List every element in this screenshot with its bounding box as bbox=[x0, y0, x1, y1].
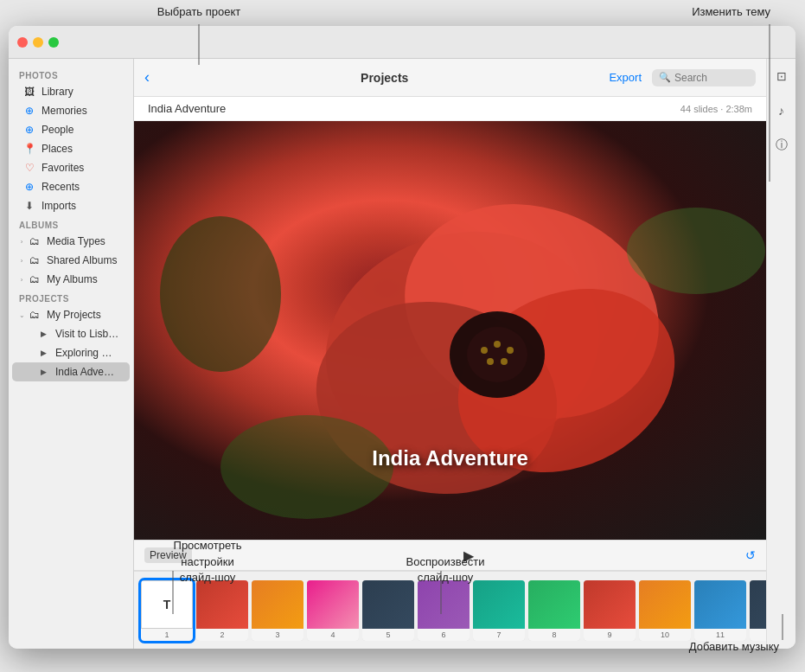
filmstrip-item-8[interactable]: 8 bbox=[528, 580, 580, 641]
favorites-label: Favorites bbox=[42, 162, 84, 174]
sidebar-item-people[interactable]: ⊕ People bbox=[12, 120, 130, 139]
filmstrip-item-10[interactable]: 10 bbox=[639, 580, 691, 641]
sidebar-item-places[interactable]: 📍 Places bbox=[12, 139, 130, 158]
memories-label: Memories bbox=[42, 105, 87, 117]
sidebar-item-exploring-mor[interactable]: ▶ Exploring Mor... bbox=[12, 343, 130, 362]
project-name: India Adventure bbox=[148, 102, 226, 115]
filmstrip-thumb-10 bbox=[639, 580, 691, 629]
chevron-right-icon: › bbox=[17, 237, 26, 246]
theme-button[interactable]: ⊡ bbox=[771, 66, 792, 86]
search-box[interactable]: 🔍 bbox=[652, 69, 756, 86]
filmstrip-thumb-5 bbox=[362, 580, 414, 629]
sidebar-item-my-projects[interactable]: ⌄ 🗂 My Projects bbox=[12, 305, 130, 324]
repeat-button[interactable]: ↺ bbox=[745, 548, 756, 562]
sidebar-item-media-types[interactable]: › 🗂 Media Types bbox=[12, 232, 130, 251]
slideshow-title-overlay: India Adventure bbox=[372, 446, 527, 470]
sidebar: Photos 🖼 Library ⊕ Memories ⊕ People 📍 P… bbox=[9, 59, 134, 649]
filmstrip-num-11: 11 bbox=[694, 629, 746, 641]
filmstrip-thumb-3 bbox=[252, 580, 303, 629]
export-button[interactable]: Export bbox=[609, 71, 642, 84]
filmstrip-thumb-7 bbox=[473, 580, 525, 629]
preview-button[interactable]: Preview bbox=[144, 547, 192, 563]
shared-albums-label: Shared Albums bbox=[47, 254, 117, 266]
filmstrip-item-6[interactable]: 6 bbox=[418, 580, 470, 641]
svg-point-12 bbox=[494, 341, 501, 348]
main-window: Photos 🖼 Library ⊕ Memories ⊕ People 📍 P… bbox=[9, 26, 795, 649]
filmstrip-item-9[interactable]: 9 bbox=[584, 580, 636, 641]
music-icon: ♪ bbox=[778, 104, 784, 118]
filmstrip-num-9: 9 bbox=[584, 629, 636, 641]
close-button[interactable] bbox=[17, 37, 28, 48]
sidebar-item-india-adventure[interactable]: ▶ India Adventure bbox=[12, 362, 130, 381]
sidebar-item-visit-lisbon[interactable]: ▶ Visit to Lisbon bbox=[12, 324, 130, 343]
filmstrip-item-5[interactable]: 5 bbox=[362, 580, 414, 641]
main-panel: ‹ Projects Export 🔍 India Adventure 44 s… bbox=[134, 59, 766, 649]
search-icon: 🔍 bbox=[659, 72, 671, 83]
filmstrip-item-12[interactable]: 12 bbox=[750, 580, 766, 641]
right-panel: ⊡ ♪ ⓘ bbox=[766, 59, 795, 649]
titlebar bbox=[9, 26, 795, 59]
memories-icon: ⊕ bbox=[22, 104, 36, 118]
exploring-label: Exploring Mor... bbox=[55, 347, 119, 359]
filmstrip-thumb-9 bbox=[584, 580, 636, 629]
svg-point-17 bbox=[627, 208, 765, 294]
sidebar-item-favorites[interactable]: ♡ Favorites bbox=[12, 158, 130, 177]
my-projects-label: My Projects bbox=[47, 309, 101, 321]
filmstrip-item-7[interactable]: 7 bbox=[473, 580, 525, 641]
filmstrip-thumb-8 bbox=[528, 580, 580, 629]
svg-point-11 bbox=[481, 347, 488, 354]
poppy-flower-art bbox=[134, 121, 766, 540]
project-header: India Adventure 44 slides · 2:38m bbox=[134, 97, 766, 121]
filmstrip-num-3: 3 bbox=[252, 629, 303, 641]
albums-section-label: Albums bbox=[9, 215, 133, 232]
chevron-right-icon-3: › bbox=[17, 275, 26, 284]
filmstrip-item-4[interactable]: 4 bbox=[307, 580, 359, 641]
filmstrip-item-3[interactable]: 3 bbox=[252, 580, 303, 641]
music-button[interactable]: ♪ bbox=[771, 100, 792, 121]
filmstrip-item-11[interactable]: 11 bbox=[694, 580, 746, 641]
maximize-button[interactable] bbox=[48, 37, 59, 48]
sidebar-item-memories[interactable]: ⊕ Memories bbox=[12, 101, 130, 120]
svg-point-18 bbox=[160, 216, 281, 372]
back-button[interactable]: ‹ bbox=[144, 68, 150, 86]
svg-point-14 bbox=[501, 358, 508, 365]
filmstrip-thumb-4 bbox=[307, 580, 359, 629]
filmstrip-num-7: 7 bbox=[473, 629, 525, 641]
annotation-change-theme: Изменить тему bbox=[667, 4, 770, 20]
filmstrip-num-5: 5 bbox=[362, 629, 414, 641]
filmstrip-num-1: 1 bbox=[141, 629, 193, 641]
info-button[interactable]: ⓘ bbox=[771, 135, 792, 156]
sidebar-item-my-albums[interactable]: › 🗂 My Albums bbox=[12, 270, 130, 289]
projects-section-label: Projects bbox=[9, 289, 133, 305]
filmstrip-thumb-11 bbox=[694, 580, 746, 629]
shared-albums-icon: 🗂 bbox=[28, 253, 42, 267]
minimize-button[interactable] bbox=[33, 37, 43, 48]
sidebar-item-shared-albums[interactable]: › 🗂 Shared Albums bbox=[12, 251, 130, 270]
filmstrip-num-12: 12 bbox=[750, 629, 766, 641]
my-albums-icon: 🗂 bbox=[28, 272, 42, 286]
filmstrip-thumb-1: T bbox=[141, 580, 193, 629]
svg-point-10 bbox=[467, 327, 527, 382]
filmstrip-num-8: 8 bbox=[528, 629, 580, 641]
sidebar-item-library[interactable]: 🖼 Library bbox=[12, 82, 130, 101]
traffic-lights bbox=[17, 37, 59, 48]
filmstrip-thumb-12 bbox=[750, 580, 766, 629]
chevron-right-icon-2: › bbox=[17, 256, 26, 265]
places-icon: 📍 bbox=[22, 142, 36, 156]
main-toolbar: ‹ Projects Export 🔍 bbox=[134, 59, 766, 97]
filmstrip-num-6: 6 bbox=[418, 629, 470, 641]
people-label: People bbox=[42, 124, 73, 136]
sidebar-item-recents[interactable]: ⊕ Recents bbox=[12, 177, 130, 196]
toolbar-title: Projects bbox=[160, 71, 609, 85]
sidebar-item-imports[interactable]: ⬇ Imports bbox=[12, 196, 130, 215]
info-icon: ⓘ bbox=[776, 138, 788, 153]
filmstrip-num-10: 10 bbox=[639, 629, 691, 641]
svg-point-15 bbox=[487, 358, 494, 365]
filmstrip-item-1[interactable]: T 1 bbox=[141, 580, 193, 641]
svg-point-13 bbox=[507, 347, 514, 354]
india-adventure-label: India Adventure bbox=[55, 366, 119, 378]
filmstrip-item-2[interactable]: 2 bbox=[196, 580, 248, 641]
search-input[interactable] bbox=[674, 72, 752, 84]
preview-toolbar: Preview ▶ ↺ bbox=[134, 540, 766, 571]
play-button[interactable]: ▶ bbox=[463, 547, 474, 564]
